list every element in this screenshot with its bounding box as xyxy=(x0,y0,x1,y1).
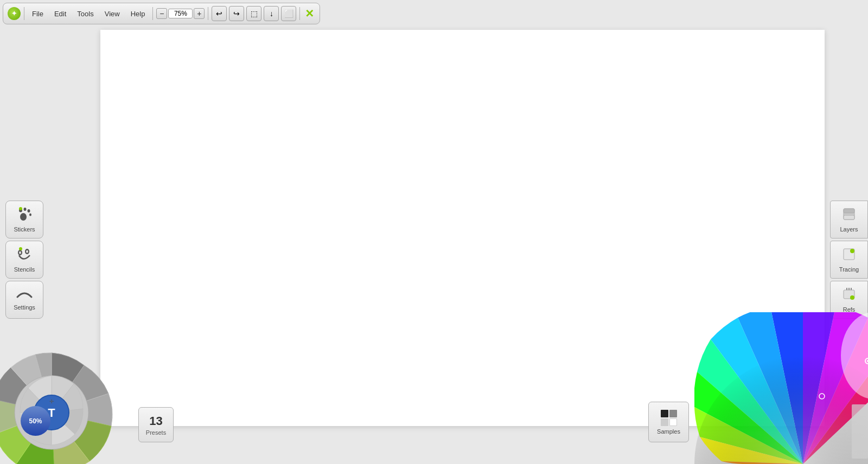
svg-point-7 xyxy=(19,251,21,254)
download-icon: ↓ xyxy=(270,9,273,18)
svg-point-4 xyxy=(20,213,27,221)
tracing-icon xyxy=(841,247,857,265)
toolbar: ✦ File Edit Tools View Help − 75% + ↩ ↪ … xyxy=(3,3,320,24)
tracing-tab[interactable]: Tracing xyxy=(830,241,868,279)
menu-help[interactable]: Help xyxy=(126,9,150,19)
svg-point-1 xyxy=(24,208,27,211)
redo-icon: ↪ xyxy=(233,9,240,18)
menu-tools[interactable]: Tools xyxy=(73,9,98,19)
left-panel-group: Stickers Stencils Settings xyxy=(5,201,43,319)
svg-point-2 xyxy=(28,209,30,212)
color-wheel[interactable]: Metallic 0% xyxy=(694,312,868,464)
svg-point-20 xyxy=(850,295,854,300)
undo-icon: ↩ xyxy=(216,9,222,18)
sample-mid xyxy=(669,410,677,417)
svg-point-15 xyxy=(850,249,854,253)
frame-button[interactable]: ⬜ xyxy=(281,6,296,21)
separator-3 xyxy=(208,7,208,20)
zoom-value-display: 75% xyxy=(168,9,193,18)
separator-2 xyxy=(152,7,153,20)
undo-button[interactable]: ↩ xyxy=(212,6,227,21)
svg-point-9 xyxy=(26,250,28,253)
presets-button[interactable]: 13 Presets xyxy=(138,407,174,442)
presets-count: 13 xyxy=(149,414,162,428)
settings-icon xyxy=(16,289,33,302)
presets-label: Presets xyxy=(146,429,166,436)
layers-tab[interactable]: Layers xyxy=(830,201,868,239)
stencils-label: Stencils xyxy=(14,266,35,273)
svg-point-5 xyxy=(19,207,22,210)
close-button[interactable]: ✕ xyxy=(303,8,315,20)
samples-button[interactable]: Samples xyxy=(648,402,689,442)
sample-dark xyxy=(661,410,668,417)
zoom-out-button[interactable]: − xyxy=(156,8,167,19)
zoom-in-button[interactable]: + xyxy=(194,8,205,19)
separator-1 xyxy=(24,7,24,20)
zoom-indicator: 50% xyxy=(21,406,50,436)
svg-rect-13 xyxy=(844,215,854,220)
stickers-icon xyxy=(16,207,33,224)
samples-grid xyxy=(661,410,677,426)
stickers-label: Stickers xyxy=(14,226,35,233)
stickers-panel-button[interactable]: Stickers xyxy=(5,201,43,239)
crop-button[interactable]: ⬚ xyxy=(246,6,261,21)
right-panel-group: Layers Tracing Refs xyxy=(830,201,868,319)
tool-wheel[interactable]: T ✛ xyxy=(0,339,125,464)
settings-label: Settings xyxy=(14,304,35,311)
frame-icon: ⬜ xyxy=(284,9,293,18)
layers-label: Layers xyxy=(840,226,858,233)
settings-panel-button[interactable]: Settings xyxy=(5,281,43,319)
menu-view[interactable]: View xyxy=(100,9,124,19)
zoom-percent: 50% xyxy=(29,417,42,425)
svg-text:✛: ✛ xyxy=(49,398,54,404)
app-logo[interactable]: ✦ xyxy=(8,7,21,20)
close-icon: ✕ xyxy=(305,7,314,20)
menu-edit[interactable]: Edit xyxy=(50,9,71,19)
separator-4 xyxy=(299,7,300,20)
download-button[interactable]: ↓ xyxy=(264,6,279,21)
svg-rect-12 xyxy=(844,209,854,213)
crop-icon: ⬚ xyxy=(251,9,258,18)
samples-label: Samples xyxy=(657,428,680,435)
svg-point-10 xyxy=(19,247,22,250)
stencils-panel-button[interactable]: Stencils xyxy=(5,241,43,279)
zoom-control: − 75% + xyxy=(156,8,205,19)
menu-file[interactable]: File xyxy=(28,9,48,19)
svg-rect-33 xyxy=(852,404,868,459)
stencils-icon xyxy=(16,247,33,265)
refs-icon xyxy=(841,287,857,305)
redo-button[interactable]: ↪ xyxy=(229,6,244,21)
layers-icon xyxy=(841,207,857,224)
sample-light xyxy=(661,418,668,426)
svg-point-3 xyxy=(29,213,31,216)
sample-white xyxy=(669,418,677,426)
tracing-label: Tracing xyxy=(839,266,859,273)
